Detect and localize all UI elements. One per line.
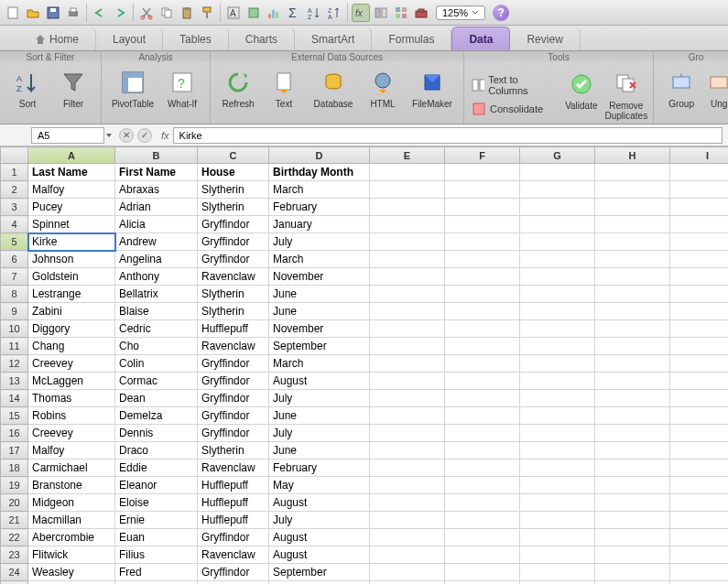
cell[interactable]: Thomas: [28, 390, 115, 407]
cell[interactable]: [370, 233, 445, 251]
cell[interactable]: [670, 199, 729, 216]
cell[interactable]: Gryffindor: [198, 390, 269, 407]
cell[interactable]: [370, 477, 445, 494]
row-header[interactable]: 21: [1, 512, 28, 529]
cell[interactable]: [595, 338, 670, 355]
cell[interactable]: [520, 564, 595, 581]
row-header[interactable]: 1: [1, 164, 28, 181]
row-header[interactable]: 13: [1, 373, 28, 390]
sum-icon[interactable]: Σ: [285, 4, 303, 22]
cell[interactable]: Anthony: [115, 268, 198, 286]
cell[interactable]: [670, 286, 729, 303]
cell[interactable]: [520, 546, 595, 564]
sort-asc-icon[interactable]: AZ: [305, 4, 323, 22]
cell[interactable]: [670, 181, 729, 199]
cell[interactable]: Slytherin: [198, 286, 269, 303]
cell[interactable]: [595, 494, 670, 512]
cell[interactable]: [520, 320, 595, 338]
row-header[interactable]: 9: [1, 303, 28, 320]
database-import-button[interactable]: Database: [308, 66, 359, 111]
column-header[interactable]: E: [370, 147, 445, 164]
cell[interactable]: [595, 407, 670, 425]
cell[interactable]: [595, 425, 670, 442]
cell[interactable]: [370, 251, 445, 268]
cell[interactable]: Ravenclaw: [198, 460, 269, 477]
cell[interactable]: Gryffindor: [198, 216, 269, 233]
cell[interactable]: Lestrange: [28, 286, 115, 303]
cell[interactable]: Spinnet: [28, 216, 115, 233]
cell[interactable]: Eloise: [115, 494, 198, 512]
cell[interactable]: May: [269, 477, 370, 494]
validate-button[interactable]: Validate: [561, 68, 601, 113]
cell[interactable]: [445, 268, 520, 286]
cell[interactable]: Slytherin: [198, 442, 269, 460]
cell[interactable]: June: [269, 303, 370, 320]
row-header[interactable]: 2: [1, 181, 28, 199]
cell[interactable]: Zabini: [28, 303, 115, 320]
cell[interactable]: Ravenclaw: [198, 546, 269, 564]
save-icon[interactable]: [44, 4, 62, 22]
cell[interactable]: Dean: [115, 390, 198, 407]
filemaker-import-button[interactable]: FileMaker: [407, 66, 458, 111]
cell[interactable]: Andrew: [115, 233, 198, 251]
tab-review[interactable]: Review: [510, 27, 580, 50]
cell[interactable]: [595, 233, 670, 251]
cell[interactable]: [445, 390, 520, 407]
cell[interactable]: March: [269, 181, 370, 199]
cell[interactable]: [370, 216, 445, 233]
cell[interactable]: [595, 268, 670, 286]
cell[interactable]: [370, 512, 445, 529]
cell[interactable]: Weasley: [28, 564, 115, 581]
cell[interactable]: [520, 581, 595, 585]
cell[interactable]: [445, 251, 520, 268]
cell[interactable]: [445, 338, 520, 355]
cell[interactable]: First Name: [115, 164, 198, 181]
cell[interactable]: [670, 390, 729, 407]
name-box-dropdown-icon[interactable]: [104, 131, 114, 140]
cell[interactable]: [520, 494, 595, 512]
cell[interactable]: Gryffindor: [198, 425, 269, 442]
cell[interactable]: [595, 251, 670, 268]
cell[interactable]: [670, 442, 729, 460]
cell[interactable]: [595, 529, 670, 546]
cell[interactable]: [445, 546, 520, 564]
formula-input[interactable]: [173, 127, 723, 144]
cell[interactable]: [520, 373, 595, 390]
cell[interactable]: July: [269, 390, 370, 407]
cell[interactable]: [670, 320, 729, 338]
consolidate-button[interactable]: Consolidate: [468, 101, 556, 117]
cell[interactable]: Kirke: [28, 233, 115, 251]
cell[interactable]: June: [269, 407, 370, 425]
cell[interactable]: [370, 494, 445, 512]
cell[interactable]: Demelza: [115, 407, 198, 425]
cell[interactable]: [670, 338, 729, 355]
cell[interactable]: [370, 181, 445, 199]
cell[interactable]: [520, 181, 595, 199]
cell[interactable]: [520, 268, 595, 286]
cell[interactable]: Bellatrix: [115, 286, 198, 303]
cell[interactable]: [670, 233, 729, 251]
cell[interactable]: [670, 355, 729, 373]
cell[interactable]: November: [269, 320, 370, 338]
cell[interactable]: [670, 407, 729, 425]
cell[interactable]: Slytherin: [198, 581, 269, 585]
cell[interactable]: Carmichael: [28, 460, 115, 477]
cell[interactable]: [520, 442, 595, 460]
copy-icon[interactable]: [158, 4, 176, 22]
cell[interactable]: [445, 442, 520, 460]
redo-icon[interactable]: [111, 4, 129, 22]
cell[interactable]: Malfoy: [28, 442, 115, 460]
select-all-corner[interactable]: [1, 147, 28, 164]
cell[interactable]: November: [269, 268, 370, 286]
cell[interactable]: [445, 199, 520, 216]
cell[interactable]: [595, 564, 670, 581]
cell[interactable]: Diggory: [28, 320, 115, 338]
cell[interactable]: [520, 460, 595, 477]
tab-tables[interactable]: Tables: [163, 27, 229, 50]
tab-home[interactable]: Home: [18, 27, 96, 50]
cell[interactable]: [370, 564, 445, 581]
cell[interactable]: [520, 216, 595, 233]
cell[interactable]: June: [269, 442, 370, 460]
html-import-button[interactable]: HTML: [361, 66, 405, 111]
cell[interactable]: [520, 477, 595, 494]
